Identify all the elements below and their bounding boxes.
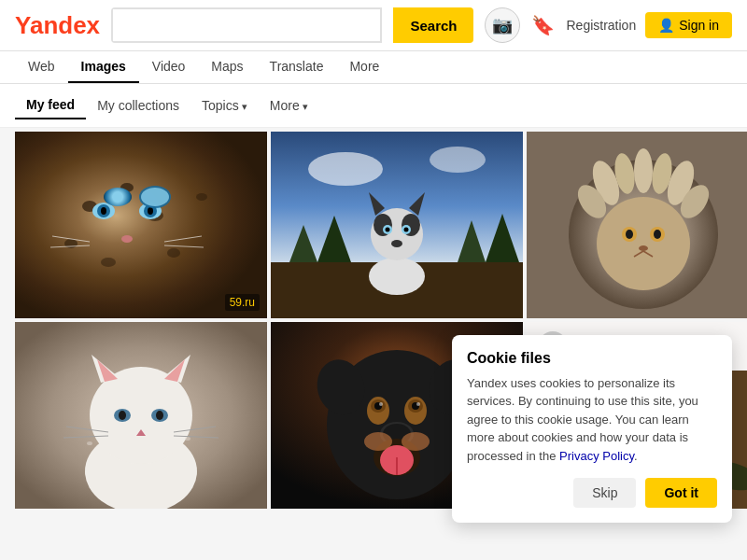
svg-point-91 [402, 432, 430, 451]
cookie-text: Yandex uses cookies to personalize its s… [467, 374, 717, 466]
cookie-buttons: Skip Got it [467, 478, 717, 508]
cookie-title: Cookie files [467, 350, 717, 367]
svg-point-71 [87, 441, 92, 445]
tab-more[interactable]: More [336, 51, 392, 83]
search-bar [111, 7, 382, 43]
tab-video[interactable]: Video [139, 51, 199, 83]
sub-nav-more[interactable]: More [259, 92, 319, 119]
nav-tabs: Web Images Video Maps Translate More [0, 51, 747, 84]
svg-point-63 [119, 411, 126, 420]
bookmarks-button[interactable]: 🔖 [531, 14, 555, 36]
signin-button[interactable]: 👤 Sign in [645, 12, 732, 38]
svg-point-5 [101, 258, 116, 267]
svg-point-2 [120, 183, 134, 192]
tab-translate[interactable]: Translate [257, 51, 337, 83]
svg-point-6 [167, 248, 180, 258]
svg-point-42 [634, 148, 653, 193]
svg-point-47 [597, 197, 690, 290]
svg-point-37 [391, 240, 402, 247]
svg-point-51 [654, 230, 661, 239]
tab-maps[interactable]: Maps [198, 51, 256, 83]
logo-ndex: ndex [43, 11, 100, 39]
logo-ya: Ya [15, 11, 43, 39]
registration-link[interactable]: Registration [566, 18, 636, 33]
camera-icon: 📷 [492, 15, 513, 35]
search-button[interactable]: Search [393, 7, 473, 43]
cookie-gotit-button[interactable]: Got it [645, 478, 717, 508]
svg-point-34 [404, 228, 409, 232]
svg-point-65 [156, 411, 163, 420]
search-input[interactable] [113, 9, 380, 41]
cookie-skip-button[interactable]: Skip [573, 478, 636, 508]
image-white-cat[interactable] [15, 322, 267, 509]
camera-search-button[interactable]: 📷 [485, 7, 520, 43]
image-husky[interactable] [271, 132, 523, 318]
user-icon: 👤 [658, 18, 674, 33]
tab-web[interactable]: Web [15, 51, 68, 83]
sub-nav: My feed My collections Topics More [0, 84, 747, 128]
bookmark-icon: 🔖 [531, 15, 555, 35]
sub-nav-topics[interactable]: Topics [190, 92, 259, 119]
svg-point-49 [626, 230, 633, 239]
sub-nav-my-collections[interactable]: My collections [86, 92, 190, 119]
svg-point-27 [369, 258, 425, 295]
svg-rect-0 [15, 132, 267, 318]
svg-point-81 [379, 402, 383, 406]
sub-nav-my-feed[interactable]: My feed [15, 91, 86, 119]
watermark: 59.ru [225, 294, 260, 311]
svg-point-32 [386, 228, 390, 232]
image-leopard-cub[interactable]: 59.ru [15, 132, 267, 318]
header-auth: Registration 👤 Sign in [566, 12, 732, 38]
svg-point-72 [185, 437, 190, 441]
svg-point-14 [121, 235, 133, 243]
header: Yandex Search 📷 🔖 Registration 👤 Sign in [0, 0, 747, 51]
image-fluffy-animal[interactable] [527, 132, 747, 318]
logo[interactable]: Yandex [15, 11, 100, 40]
svg-point-25 [308, 152, 383, 186]
svg-point-52 [639, 245, 648, 251]
svg-point-7 [196, 193, 207, 201]
svg-point-82 [416, 402, 420, 406]
cookie-popup: Cookie files Yandex uses cookies to pers… [452, 335, 732, 524]
svg-point-26 [430, 147, 486, 173]
svg-point-13 [148, 207, 153, 215]
svg-point-90 [364, 432, 392, 451]
privacy-policy-link[interactable]: Privacy Policy [559, 449, 634, 463]
svg-point-10 [101, 207, 106, 215]
tab-images[interactable]: Images [68, 51, 139, 83]
